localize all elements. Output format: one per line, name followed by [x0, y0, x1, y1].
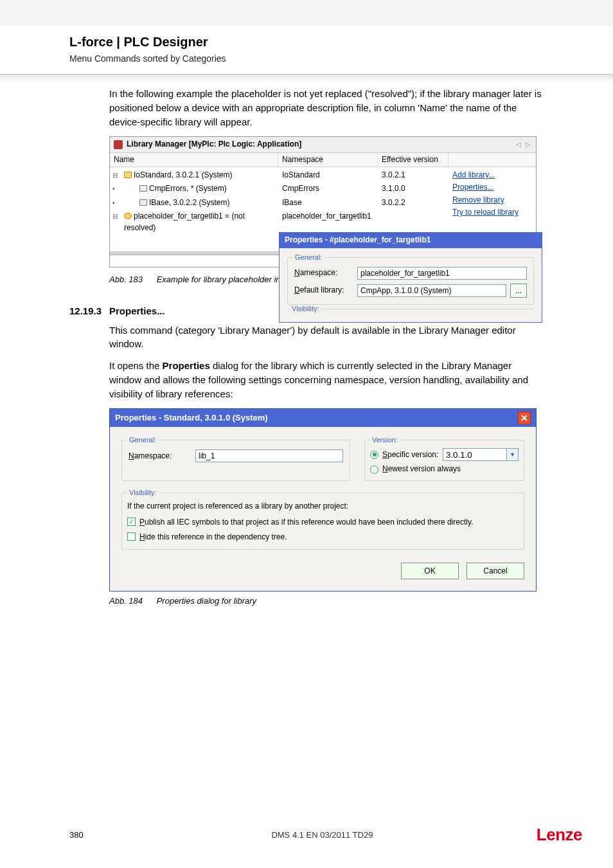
section-paragraph-1: This command (category 'Library Manager'…	[109, 323, 544, 352]
library-icon	[124, 172, 132, 178]
cancel-button[interactable]: Cancel	[466, 563, 524, 579]
group-general: General:	[293, 253, 324, 263]
label-namespace-2: Namespace:	[129, 451, 191, 462]
libmgr-tab-title: Library Manager [MyPlc: Plc Logic: Appli…	[127, 139, 301, 150]
section-paragraph-2: It opens the Properties dialog for the l…	[109, 359, 544, 401]
properties-popup: Properties - #placeholder_for_targetlib1…	[279, 232, 542, 322]
dialog-title: Properties - Standard, 3.0.1.0 (System)	[115, 412, 268, 424]
chevron-down-icon[interactable]: ▾	[507, 448, 519, 461]
group-visibility: Visibility:	[290, 305, 321, 312]
library-name: IoStandard, 3.0.2.1 (System)	[134, 170, 232, 179]
column-header-version[interactable]: Effective version	[378, 153, 449, 167]
library-namespace: IBase	[278, 196, 378, 210]
book-icon	[114, 140, 123, 149]
tree-toggle-icon[interactable]	[112, 170, 120, 177]
library-icon	[139, 185, 147, 192]
library-name: placeholder_for_targetlib1 = (not resolv…	[124, 212, 245, 231]
label-hide-reference: Hide this reference in the dependency tr…	[139, 532, 287, 543]
library-namespace: CmpErrors	[278, 182, 378, 195]
label-publish-symbols: Publish all IEC symbols to that project …	[139, 517, 473, 528]
library-name: CmpErrors, * (System)	[149, 184, 227, 193]
figure-number-1: Abb. 183	[109, 275, 143, 284]
tab-nav-icons[interactable]: ◁ ▷	[516, 140, 532, 150]
library-icon	[124, 213, 132, 219]
page-title: L-force | PLC Designer	[69, 35, 613, 50]
section-title: Properties...	[109, 304, 165, 318]
link-add-library[interactable]: Add library...	[452, 170, 532, 181]
radio-specific-version[interactable]	[370, 451, 378, 459]
close-icon[interactable]: ✕	[518, 411, 531, 424]
input-namespace[interactable]	[357, 267, 527, 280]
tree-toggle-icon[interactable]	[112, 211, 120, 219]
library-name: IBase, 3.0.2.2 (System)	[149, 198, 229, 207]
link-remove-library[interactable]: Remove library	[452, 195, 532, 206]
library-version: 3.1.0.0	[378, 182, 449, 195]
library-namespace: placeholder_for_targetlib1	[278, 210, 378, 235]
input-specific-version[interactable]	[443, 448, 507, 461]
section-number: 12.19.3	[69, 304, 109, 318]
label-specific-version: Specific version:	[382, 449, 438, 460]
footer-doc-id: DMS 4.1 EN 03/2011 TD29	[108, 830, 537, 840]
group-version: Version:	[370, 435, 400, 446]
label-newest-version: Newest version always	[382, 464, 461, 475]
browse-button[interactable]: ...	[510, 284, 527, 298]
library-row[interactable]: CmpErrors, * (System)CmpErrors3.1.0.0	[110, 182, 449, 195]
label-namespace: Namespace:	[294, 267, 357, 278]
figure-caption-2: Properties dialog for library	[157, 596, 256, 606]
figure-number-2: Abb. 184	[109, 596, 143, 606]
tree-toggle-icon[interactable]	[112, 183, 120, 191]
page-number: 380	[69, 830, 108, 840]
radio-newest-version[interactable]	[370, 466, 378, 474]
properties-dialog: Properties - Standard, 3.0.1.0 (System) …	[109, 408, 537, 591]
input-default-library[interactable]	[357, 284, 506, 297]
library-manager-panel: Library Manager [MyPlc: Plc Logic: Appli…	[109, 136, 537, 267]
library-version: 3.0.2.1	[378, 168, 449, 182]
visibility-intro: If the current project is referenced as …	[127, 501, 519, 512]
library-row[interactable]: IoStandard, 3.0.2.1 (System)IoStandard3.…	[110, 168, 449, 182]
column-header-name[interactable]: Name	[110, 153, 278, 167]
checkbox-publish-symbols[interactable]: ✓	[127, 518, 136, 526]
tree-toggle-icon[interactable]	[112, 197, 120, 205]
checkbox-hide-reference[interactable]	[127, 532, 136, 541]
input-namespace-2[interactable]	[195, 449, 343, 462]
library-version	[378, 210, 449, 235]
group-general-2: General:	[127, 435, 158, 446]
link-properties[interactable]: Properties...	[452, 182, 532, 193]
library-icon	[139, 199, 147, 206]
group-visibility-2: Visibility:	[127, 488, 159, 498]
label-default-library: Default library:	[294, 285, 357, 296]
column-header-namespace[interactable]: Namespace	[278, 153, 378, 167]
link-reload-library[interactable]: Try to reload library	[452, 207, 532, 218]
page-subtitle: Menu Commands sorted by Categories	[69, 53, 613, 64]
library-row[interactable]: IBase, 3.0.2.2 (System)IBase3.0.2.2	[110, 196, 449, 210]
ok-button[interactable]: OK	[401, 563, 459, 579]
library-version: 3.0.2.2	[378, 196, 449, 210]
brand-logo: Lenze	[537, 825, 582, 845]
library-namespace: IoStandard	[278, 168, 378, 182]
intro-paragraph: In the following example the placeholder…	[109, 87, 544, 129]
popup-title: Properties - #placeholder_for_targetlib1	[280, 233, 542, 248]
library-row[interactable]: placeholder_for_targetlib1 = (not resolv…	[110, 210, 449, 235]
